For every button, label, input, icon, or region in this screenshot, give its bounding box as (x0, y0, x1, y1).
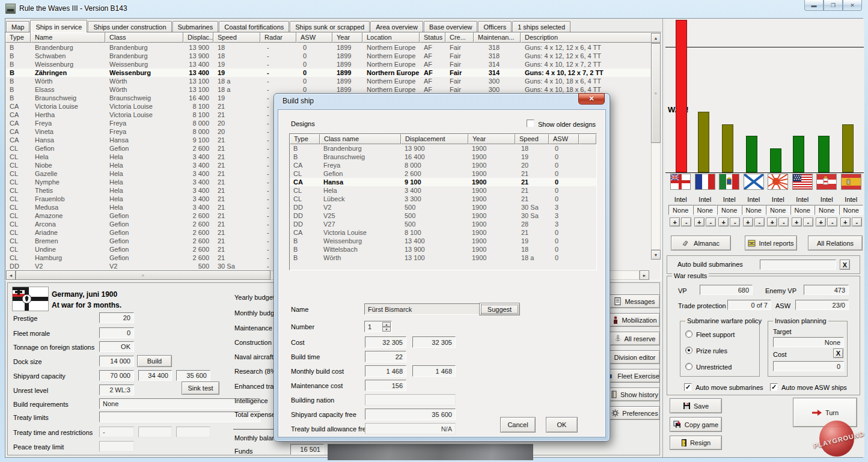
scroll-up-arrow-icon[interactable]: ▲ (651, 33, 661, 43)
intel-decrease-button[interactable]: - (778, 217, 789, 226)
copy-game-button[interactable]: Copy game (670, 417, 722, 432)
intel-increase-button[interactable]: + (670, 217, 680, 226)
division-editor-button[interactable]: Division editor (610, 350, 660, 364)
design-row[interactable]: BWeissenburg 13 4001900 190 (290, 237, 596, 245)
col-asw[interactable]: ASW (296, 32, 332, 43)
prize-rules-radio[interactable] (685, 347, 692, 354)
ok-button[interactable]: OK (546, 417, 578, 433)
design-row[interactable]: BWörth 13 1001900 18 a0 (290, 254, 596, 262)
design-row[interactable]: CLGefion 2 6001900 210 (290, 169, 596, 178)
tab[interactable]: Submarines (173, 21, 219, 32)
all-reserve-button[interactable]: All reserve (610, 332, 660, 345)
col-maintenance[interactable]: Maintenan... (474, 32, 521, 43)
dsg-col-year[interactable]: Year (468, 134, 515, 144)
tab[interactable]: Ships under construction (88, 21, 171, 32)
design-row[interactable]: DDV25 5001900 30 Sa3 (290, 211, 596, 220)
almanac-button[interactable]: Almanac (671, 236, 731, 251)
design-row[interactable]: BWittelsbach 13 9001900 180 (290, 245, 596, 254)
ship-name-input[interactable]: Fürst Bismarck (364, 303, 483, 315)
show-history-button[interactable]: Show history (610, 388, 660, 401)
scroll-left-arrow-icon[interactable]: ◄ (6, 270, 16, 280)
tab[interactable]: Area overview (370, 21, 423, 32)
intel-decrease-button[interactable]: - (754, 217, 765, 226)
maximize-button[interactable]: ❐ (824, 0, 843, 11)
table-row[interactable]: BBrandenburg Brandenburg13 900 18- 01899… (6, 43, 650, 52)
intel-decrease-button[interactable]: - (730, 217, 740, 226)
table-row[interactable]: BSchwaben Brandenburg13 900 18- 01899 No… (6, 52, 650, 60)
intel-decrease-button[interactable]: - (827, 217, 837, 226)
intel-increase-button[interactable]: + (792, 217, 802, 226)
col-description[interactable]: Description (521, 32, 661, 43)
preferences-button[interactable]: Preferences (610, 406, 660, 420)
table-row[interactable]: BWörth Wörth13 100 18 a- 01899 Northern … (6, 77, 650, 85)
design-row[interactable]: CLHela 3 4001900 210 (290, 186, 596, 195)
intel-decrease-button[interactable]: - (681, 217, 691, 226)
col-status[interactable]: Status (420, 32, 445, 43)
intel-increase-button[interactable]: + (743, 217, 753, 226)
tab[interactable]: Ships sunk or scrapped (290, 21, 370, 32)
dsg-col-class-name[interactable]: Class name (320, 134, 401, 144)
tab[interactable]: Coastal fortifications (219, 21, 289, 32)
intel-decrease-button[interactable]: - (706, 217, 716, 226)
mobilization-button[interactable]: Mobilization (610, 313, 660, 327)
auto-build-clear-button[interactable]: X (840, 260, 850, 270)
col-name[interactable]: Name (31, 32, 105, 43)
auto-move-asw-checkbox[interactable]: ✓ (770, 383, 778, 391)
scroll-down-arrow-icon[interactable]: ▼ (651, 250, 661, 260)
col-type[interactable]: Type (5, 32, 31, 43)
dsg-col-asw[interactable]: ASW (549, 134, 579, 144)
design-row[interactable]: BBraunschweig 16 4001900 190 (290, 153, 596, 161)
design-row[interactable]: BBrandenburg 13 9001900 180 (290, 144, 596, 153)
minimize-button[interactable]: ▬ (804, 0, 824, 11)
suggest-button[interactable]: Suggest (479, 303, 520, 315)
close-button[interactable]: ✕ (843, 0, 862, 11)
all-relations-button[interactable]: All Relations (808, 236, 863, 251)
build-dock-button[interactable]: Build (137, 355, 172, 367)
tab[interactable]: Officers (478, 21, 512, 32)
design-row[interactable]: CAVictoria Louise 8 1001900 210 (290, 228, 596, 237)
col-class[interactable]: Class (105, 32, 183, 43)
intel-increase-button[interactable]: + (816, 217, 826, 226)
show-older-designs-checkbox[interactable] (527, 120, 534, 127)
save-button[interactable]: Save (670, 398, 722, 413)
dsg-col-type[interactable]: Type (290, 134, 320, 144)
tab[interactable]: Ships in service (30, 20, 87, 32)
dsg-col-speed[interactable]: Speed (515, 134, 549, 144)
table-row[interactable]: BElsass Wörth13 100 18 a- 01899 Northern… (6, 85, 650, 94)
col-displacement[interactable]: Displac... (183, 32, 213, 43)
number-spinner[interactable]: ▲▼ (382, 322, 391, 331)
invasion-clear-button[interactable]: X (833, 348, 843, 358)
fleet-support-radio[interactable] (685, 330, 692, 338)
number-input[interactable]: 1 ▲▼ (364, 321, 392, 332)
col-year[interactable]: Year (332, 32, 362, 43)
horizontal-scroll-thumb[interactable]: ≡ (16, 270, 270, 280)
intel-decrease-button[interactable]: - (803, 217, 813, 226)
dialog-close-button[interactable]: ✕ (578, 93, 605, 105)
intel-increase-button[interactable]: + (694, 217, 704, 226)
tab[interactable]: Map (6, 21, 29, 32)
scroll-right-arrow-icon[interactable]: ► (640, 270, 649, 280)
resign-button[interactable]: Resign (670, 436, 722, 450)
cancel-button[interactable]: Cancel (500, 417, 536, 433)
auto-build-submarines-field[interactable] (760, 260, 836, 270)
turn-button[interactable]: Turn (793, 398, 857, 427)
intel-increase-button[interactable]: + (718, 217, 729, 226)
design-row[interactable]: CAHansa 9 1001900 210 (290, 178, 596, 186)
fleet-exercise-button[interactable]: Fleet Exercise (610, 369, 660, 383)
unrestricted-radio[interactable] (685, 363, 692, 370)
design-row[interactable]: CAFreya 8 0001900 200 (290, 161, 596, 169)
col-speed[interactable]: Speed (213, 32, 260, 43)
col-crew[interactable]: Cre... (445, 32, 474, 43)
design-row[interactable]: CLLübeck 3 3001900 210 (290, 195, 596, 203)
intel-reports-button[interactable]: Intel reports (745, 236, 797, 251)
design-row[interactable]: DDV27 5001900 283 (290, 220, 596, 228)
design-row[interactable]: DDV2 5001900 30 Sa3 (290, 203, 596, 211)
col-location[interactable]: Location (362, 32, 420, 43)
col-radar[interactable]: Radar (260, 32, 296, 43)
table-row[interactable]: BWeissenburg Weissenburg13 400 19- 01899… (6, 60, 650, 68)
tab[interactable]: 1 ships selected (512, 21, 570, 32)
tab[interactable]: Base overview (424, 21, 478, 32)
intel-increase-button[interactable]: + (840, 217, 851, 226)
intel-increase-button[interactable]: + (767, 217, 777, 226)
messages-button[interactable]: Messages (610, 294, 660, 308)
